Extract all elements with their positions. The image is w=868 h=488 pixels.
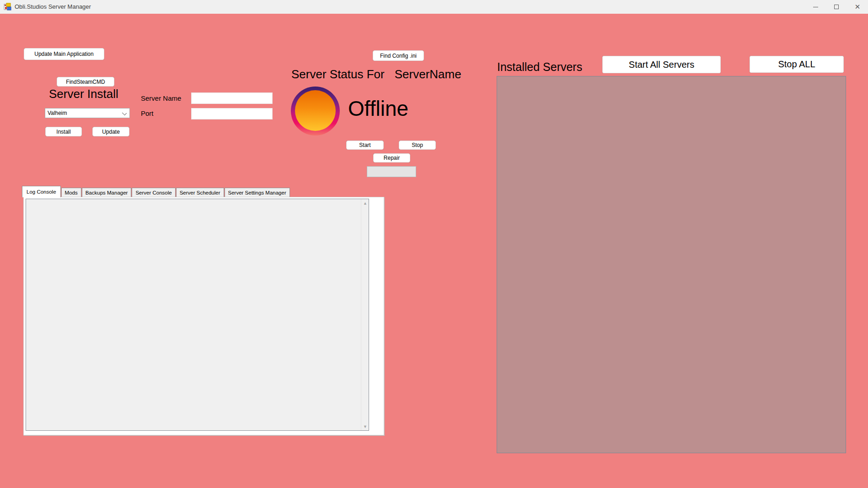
- close-button[interactable]: ✕: [847, 0, 868, 14]
- status-indicator-icon: [291, 87, 340, 136]
- tab-server-console[interactable]: Server Console: [132, 188, 175, 197]
- log-console-textbox[interactable]: ▲ ▼: [26, 199, 369, 431]
- installed-servers-title: Installed Servers: [497, 60, 582, 74]
- window-title: Obli.Studios Server Manager: [15, 3, 91, 10]
- server-name-label: Server Name: [141, 94, 181, 102]
- server-install-title: Server Install: [49, 87, 118, 101]
- find-steamcmd-button[interactable]: FindSteamCMD: [57, 77, 114, 87]
- stop-all-button[interactable]: Stop ALL: [750, 56, 844, 73]
- find-config-ini-button[interactable]: Find Config .ini: [373, 50, 424, 61]
- tab-server-scheduler[interactable]: Server Scheduler: [176, 188, 224, 197]
- game-select-value: Valheim: [48, 110, 67, 116]
- status-text: Offline: [348, 96, 408, 121]
- start-button[interactable]: Start: [346, 141, 384, 150]
- maximize-icon: [834, 5, 839, 9]
- titlebar: Obli.Studios Server Manager ✕: [0, 0, 868, 14]
- port-label: Port: [141, 109, 154, 117]
- log-console-tabpage: ▲ ▼: [23, 197, 384, 435]
- log-scrollbar[interactable]: ▲ ▼: [361, 199, 369, 430]
- scroll-down-icon[interactable]: ▼: [361, 423, 369, 430]
- scroll-up-icon[interactable]: ▲: [361, 199, 369, 207]
- port-input[interactable]: [191, 108, 273, 119]
- start-all-servers-button[interactable]: Start All Servers: [602, 56, 721, 73]
- close-icon: ✕: [855, 3, 861, 11]
- tab-server-settings-manager[interactable]: Server Settings Manager: [225, 188, 290, 197]
- server-name-input[interactable]: [191, 92, 273, 104]
- chevron-down-icon: [122, 111, 127, 115]
- install-button[interactable]: Install: [45, 127, 82, 136]
- app-icon: [4, 3, 12, 11]
- tab-mods[interactable]: Mods: [61, 188, 81, 197]
- minimize-button[interactable]: [805, 0, 826, 14]
- status-indicator-core: [295, 90, 336, 131]
- stop-button[interactable]: Stop: [399, 141, 436, 150]
- installed-servers-panel: [497, 76, 846, 453]
- server-status-heading: Server Status For ServerName: [291, 67, 461, 81]
- app-window: Obli.Studios Server Manager ✕ Update Mai…: [0, 0, 868, 488]
- minimize-icon: [813, 7, 818, 7]
- repair-button[interactable]: Repair: [373, 153, 410, 163]
- tab-log-console[interactable]: Log Console: [22, 186, 61, 197]
- server-status-server-name: ServerName: [395, 67, 461, 81]
- repair-progressbar: [367, 166, 416, 177]
- server-status-prefix: Server Status For: [291, 67, 385, 81]
- tabstrip: Log Console Mods Backups Manager Server …: [22, 186, 290, 197]
- maximize-button[interactable]: [826, 0, 847, 14]
- game-select-dropdown[interactable]: Valheim: [45, 108, 130, 118]
- update-button[interactable]: Update: [92, 127, 129, 136]
- update-main-application-button[interactable]: Update Main Application: [24, 48, 104, 60]
- tab-backups-manager[interactable]: Backups Manager: [82, 188, 132, 197]
